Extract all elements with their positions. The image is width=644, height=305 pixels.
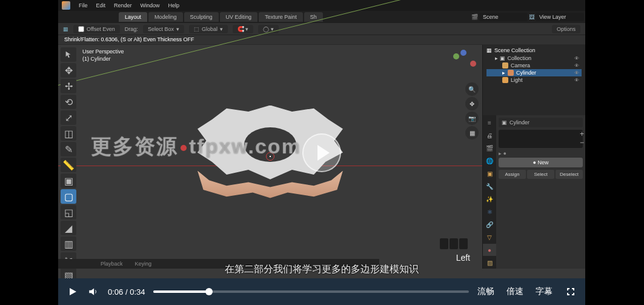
tool-annotate[interactable]: ✎: [61, 142, 76, 156]
progress-bar[interactable]: [153, 290, 469, 293]
tab-layout[interactable]: Layout: [119, 12, 147, 22]
time-display: 0:06 / 0:34: [108, 287, 145, 297]
outliner-item-camera[interactable]: Camera👁: [486, 62, 582, 69]
tool-polybuild[interactable]: ▧: [61, 268, 76, 278]
fullscreen-button[interactable]: [565, 286, 577, 298]
props-tab-material[interactable]: ●: [483, 244, 496, 256]
tool-add-cube[interactable]: ▣: [61, 173, 76, 188]
menu-help[interactable]: Help: [168, 2, 180, 8]
outliner-panel[interactable]: ▦ Scene Collection ▸ ▣ Collection👁 Camer…: [483, 45, 585, 115]
volume-button[interactable]: [87, 286, 99, 298]
props-tab-world[interactable]: 🌐: [483, 155, 496, 167]
props-tab-render[interactable]: ≡: [483, 116, 496, 129]
tab-uv-editing[interactable]: UV Editing: [220, 12, 258, 22]
outliner-item-light[interactable]: Light👁: [486, 76, 582, 84]
offset-even-toggle[interactable]: Offset Even: [73, 25, 120, 33]
tab-shading[interactable]: Sh: [304, 12, 323, 22]
view-axes-icon[interactable]: [440, 238, 468, 249]
outliner-collection[interactable]: ▸ ▣ Collection👁: [486, 55, 582, 62]
tool-rotate[interactable]: ⟲: [61, 95, 76, 109]
axis-y-icon[interactable]: [453, 53, 459, 59]
menu-file[interactable]: File: [79, 2, 88, 8]
material-deselect-button[interactable]: Deselect: [556, 170, 583, 179]
caption-button[interactable]: 字幕: [536, 286, 553, 297]
3d-viewport[interactable]: User Perspective (1) Cylinder ✥ ✢ ⟲ ⤢ ◫ …: [58, 45, 482, 269]
orientation-select[interactable]: ⬚ Global ▾: [189, 25, 228, 33]
tool-scale[interactable]: ⤢: [61, 110, 76, 125]
drag-label: Drag:: [125, 26, 138, 32]
props-tab-mesh[interactable]: ▽: [483, 231, 496, 243]
props-tab-constraint[interactable]: 🔗: [483, 218, 496, 230]
nav-gizmo[interactable]: [448, 49, 479, 79]
camera-icon: [502, 62, 508, 69]
video-play-button[interactable]: [302, 133, 341, 172]
material-assign-button[interactable]: Assign: [499, 170, 526, 179]
view-orientation-label: Left: [456, 253, 470, 263]
material-remove-icon[interactable]: −: [580, 138, 584, 147]
scene-icon[interactable]: 🎬: [471, 14, 478, 20]
quality-button[interactable]: 流畅: [477, 286, 494, 297]
outliner-root[interactable]: ▦ Scene Collection: [486, 47, 582, 53]
nav-pan-icon[interactable]: ✥: [465, 97, 479, 110]
viewlayer-input[interactable]: View Layer: [536, 13, 584, 21]
workspace-tabs: Layout Modeling Sculpting UV Editing Tex…: [58, 11, 585, 23]
nav-camera-icon[interactable]: 📷: [465, 112, 479, 125]
options-dropdown[interactable]: Options: [552, 25, 580, 33]
tool-cursor[interactable]: ✥: [61, 63, 76, 78]
tool-transform[interactable]: ◫: [61, 126, 76, 141]
tool-move[interactable]: ✢: [61, 79, 76, 93]
tool-extrude[interactable]: ▢: [61, 189, 76, 204]
props-tab-output[interactable]: 🖨: [483, 129, 496, 141]
video-controls: 0:06 / 0:34 流畅 倍速 字幕: [58, 278, 585, 305]
menu-bar: File Edit Render Window Help: [58, 0, 585, 11]
menu-render[interactable]: Render: [114, 2, 132, 8]
visibility-icon[interactable]: 👁: [574, 78, 579, 83]
tab-texture-paint[interactable]: Texture Paint: [259, 12, 303, 22]
speed-button[interactable]: 倍速: [506, 286, 523, 297]
viewlayer-icon[interactable]: 🖼: [529, 14, 534, 20]
props-tab-physics[interactable]: ⚛: [483, 206, 496, 218]
mode-icon[interactable]: ▦: [63, 26, 68, 32]
progress-thumb[interactable]: [205, 288, 213, 295]
material-new-button[interactable]: ● New: [499, 158, 583, 167]
footer-playback[interactable]: Playback: [101, 261, 123, 267]
subtitle-text: 在第二部分我们将学习更多的多边形建模知识: [225, 263, 419, 276]
props-breadcrumb[interactable]: ▣ Cylinder: [499, 118, 583, 127]
tool-loopcut[interactable]: ▥: [61, 236, 76, 251]
outliner-item-cylinder[interactable]: ▸ Cylinder👁: [486, 69, 582, 76]
viewport-info: User Perspective (1) Cylinder: [82, 49, 124, 62]
tab-sculpting[interactable]: Sculpting: [184, 12, 219, 22]
props-tab-texture[interactable]: ▨: [483, 256, 496, 269]
props-tab-modifier[interactable]: 🔧: [483, 180, 496, 192]
axis-x-icon[interactable]: [470, 61, 476, 67]
drag-mode-select[interactable]: Select Box ▾: [143, 25, 184, 33]
properties-panel: ≡ 🖨 🎬 🌐 ▣ 🔧 ✨ ⚛ 🔗 ▽ ● ▨ ▣ Cyl: [483, 115, 585, 269]
props-tab-particle[interactable]: ✨: [483, 193, 496, 205]
visibility-icon[interactable]: 👁: [574, 56, 579, 61]
material-add-icon[interactable]: +: [580, 130, 584, 138]
tool-inset[interactable]: ◱: [61, 205, 76, 220]
nav-perspective-icon[interactable]: ▦: [465, 126, 479, 139]
tab-modeling[interactable]: Modeling: [148, 12, 183, 22]
footer-keying[interactable]: Keying: [135, 261, 152, 267]
axis-z-icon[interactable]: [460, 50, 466, 56]
tool-measure[interactable]: 📏: [61, 158, 76, 172]
visibility-icon[interactable]: 👁: [574, 63, 579, 69]
scene-name-input[interactable]: Scene: [479, 13, 528, 21]
props-tab-scene[interactable]: 🎬: [483, 142, 496, 154]
props-tab-object[interactable]: ▣: [483, 167, 496, 179]
3d-cursor-icon: [266, 152, 274, 161]
nav-zoom-icon[interactable]: 🔍: [465, 82, 479, 96]
operator-status: Shrink/Flatten: 0.6306, (S or Alt) Even …: [58, 35, 585, 45]
menu-window[interactable]: Window: [141, 2, 160, 8]
light-icon: [502, 77, 508, 83]
options-bar: ▦ Offset Even Drag: Select Box ▾ ⬚ Globa…: [58, 23, 585, 35]
tool-bevel[interactable]: ◢: [61, 221, 76, 235]
visibility-icon[interactable]: 👁: [574, 70, 579, 76]
tool-select[interactable]: [61, 47, 76, 62]
snap-toggle[interactable]: 🧲 ▾: [233, 25, 254, 33]
material-slot[interactable]: [499, 130, 583, 148]
material-select-button[interactable]: Select: [527, 170, 554, 179]
menu-edit[interactable]: Edit: [96, 2, 106, 8]
play-pause-button[interactable]: [67, 286, 79, 298]
